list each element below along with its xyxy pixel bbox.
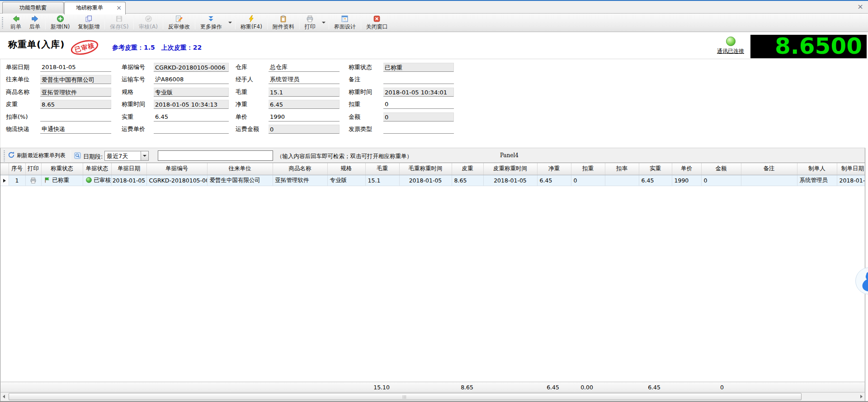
closewin-button[interactable]: 关闭窗口: [362, 14, 392, 31]
col-header-gross_time[interactable]: 毛重称重时间: [399, 163, 452, 175]
form-field-商品名称: 亚拓管理软件: [40, 88, 111, 97]
form-field-扣重[interactable]: 0: [383, 100, 454, 109]
cell-tare: 8.65: [452, 175, 483, 186]
toolbar-grip: [2, 17, 3, 28]
col-header-print[interactable]: 打印: [25, 163, 41, 175]
col-header-doc_no[interactable]: 单据编号: [146, 163, 207, 175]
weigh-button[interactable]: 称重(F4): [236, 14, 266, 31]
more-button[interactable]: 更多操作: [196, 14, 226, 31]
design-button[interactable]: 界面设计: [330, 14, 360, 31]
form-field-备注[interactable]: [383, 75, 454, 84]
col-header-doc_status[interactable]: 单据状态: [83, 163, 111, 175]
print-row-icon[interactable]: [30, 177, 37, 184]
tab-strip: 功能导航窗 地磅称重单× ×: [0, 1, 868, 14]
col-header-date[interactable]: 单据日期: [111, 163, 146, 175]
form-label: 商品名称: [6, 88, 40, 96]
separator: [71, 150, 71, 161]
col-header-gross[interactable]: 毛重: [365, 163, 399, 175]
col-header-actual[interactable]: 实重: [639, 163, 672, 175]
app-window: 功能导航窗 地磅称重单× × 前单后单新增(N)复制新增保存(S)审核(A)反审…: [0, 0, 868, 402]
window-close-icon[interactable]: ×: [856, 3, 864, 11]
col-header-partner[interactable]: 往来单位: [207, 163, 273, 175]
horizontal-scrollbar[interactable]: [0, 393, 865, 401]
form-field-运输车号[interactable]: 沪A86008: [154, 75, 229, 84]
form-field-实重[interactable]: 6.45: [154, 112, 229, 122]
cell-amount: 0: [701, 175, 741, 186]
next-button[interactable]: 后单: [25, 14, 44, 31]
panel4-label: Panel4: [500, 152, 519, 159]
cell-net: 6.45: [537, 175, 571, 186]
new-button[interactable]: 新增(N): [47, 14, 74, 31]
form-field-物流快递[interactable]: 申通快递: [40, 125, 111, 134]
form-field-运费单价[interactable]: [154, 125, 229, 134]
form-field-发票类型[interactable]: [383, 125, 454, 134]
cell-print: [25, 175, 41, 186]
col-header-product[interactable]: 商品名称: [273, 163, 327, 175]
print-button[interactable]: 打印: [301, 14, 320, 31]
next-icon: [31, 15, 39, 23]
col-header-deduct[interactable]: 扣重: [571, 163, 605, 175]
form-field-经手人[interactable]: 系统管理员: [269, 75, 340, 84]
col-header-amount[interactable]: 金额: [701, 163, 741, 175]
form-label: 运费金额: [236, 125, 269, 133]
cell-spec: 专业版: [327, 175, 365, 186]
col-header-tare[interactable]: 皮重: [452, 163, 483, 175]
form-label: 净重: [236, 100, 269, 108]
date-range-select[interactable]: 最近7天: [104, 151, 149, 161]
recent-weighing-grid: 序号打印称重状态单据状态单据日期单据编号往来单位商品名称规格毛重毛重称重时间皮重…: [0, 163, 865, 401]
form-field-往来单位: 爱普生中国有限公司: [40, 75, 111, 84]
combo-dropdown-icon[interactable]: [141, 151, 148, 160]
form-field-单据日期[interactable]: 2018-01-05: [40, 63, 111, 72]
scroll-right-icon[interactable]: [860, 395, 863, 398]
form-field-仓库[interactable]: 总仓库: [269, 63, 340, 72]
form-label: 称重时间: [122, 100, 154, 108]
prev-button[interactable]: 前单: [6, 14, 25, 31]
cell-gross: 15.1: [365, 175, 399, 186]
cell-tare_time: 2018-01-05: [483, 175, 537, 186]
cell-marker: [0, 175, 9, 186]
messenger-bubble-icon[interactable]: [855, 267, 868, 294]
new-icon: [57, 15, 64, 23]
search-input[interactable]: [158, 150, 273, 161]
col-header-weigh_status[interactable]: 称重状态: [41, 163, 83, 175]
copynew-button[interactable]: 复制新增: [74, 14, 104, 31]
col-header-spec[interactable]: 规格: [327, 163, 365, 175]
print-dropdown-icon[interactable]: [320, 14, 328, 31]
col-header-remark[interactable]: 备注: [741, 163, 797, 175]
col-header-creator[interactable]: 制单人: [797, 163, 837, 175]
col-header-tare_time[interactable]: 皮重称重时间: [483, 163, 537, 175]
form-label: 单价: [236, 113, 269, 121]
form-label: 实重: [122, 113, 154, 121]
tab-close-icon[interactable]: ×: [116, 2, 122, 13]
separator: [163, 16, 163, 29]
form-field-单据编号: CGRKD-20180105-0006: [154, 63, 229, 72]
form-field-单价[interactable]: 1990: [269, 112, 340, 122]
unaudit-button[interactable]: 反审修改: [164, 14, 194, 31]
more-dropdown-icon[interactable]: [226, 14, 234, 31]
separator: [361, 16, 361, 29]
form-label: 单据编号: [122, 63, 154, 71]
tab-function-nav[interactable]: 功能导航窗: [2, 2, 64, 14]
col-header-seq[interactable]: 序号: [9, 163, 25, 175]
attach-button[interactable]: 附件资料: [269, 14, 298, 31]
tab-weighbridge-doc[interactable]: 地磅称重单×: [64, 2, 126, 14]
scrollbar-thumb[interactable]: [9, 393, 802, 400]
unaudit-icon: [175, 15, 183, 23]
cell-date: 2018-01-05: [111, 175, 146, 186]
separator: [45, 16, 46, 29]
col-header-net[interactable]: 净重: [537, 163, 571, 175]
form-field-皮重: 8.65: [40, 100, 111, 109]
weigh-icon: [247, 15, 255, 23]
col-header-price[interactable]: 单价: [672, 163, 701, 175]
cell-gross_time: 2018-01-05: [399, 175, 452, 186]
audit-button: 审核(A): [135, 14, 162, 31]
col-header-create_date[interactable]: 制单日期: [837, 163, 865, 175]
scroll-left-icon[interactable]: [3, 395, 5, 398]
col-header-deduct_rate[interactable]: 扣率: [605, 163, 639, 175]
refresh-list-button[interactable]: 刷新最近称重单列表: [8, 148, 66, 163]
table-row[interactable]: 1已称重已审核2018-01-05CGRKD-20180105-0006爱普生中…: [0, 175, 865, 186]
separator: [329, 16, 329, 29]
col-header-marker[interactable]: [0, 163, 9, 175]
form-field-扣率(%)[interactable]: [40, 112, 111, 122]
document-header: 称重单(入库) 已审核 参考皮重：1.5上次皮重：22 通讯已连接 8.6500: [0, 32, 868, 59]
